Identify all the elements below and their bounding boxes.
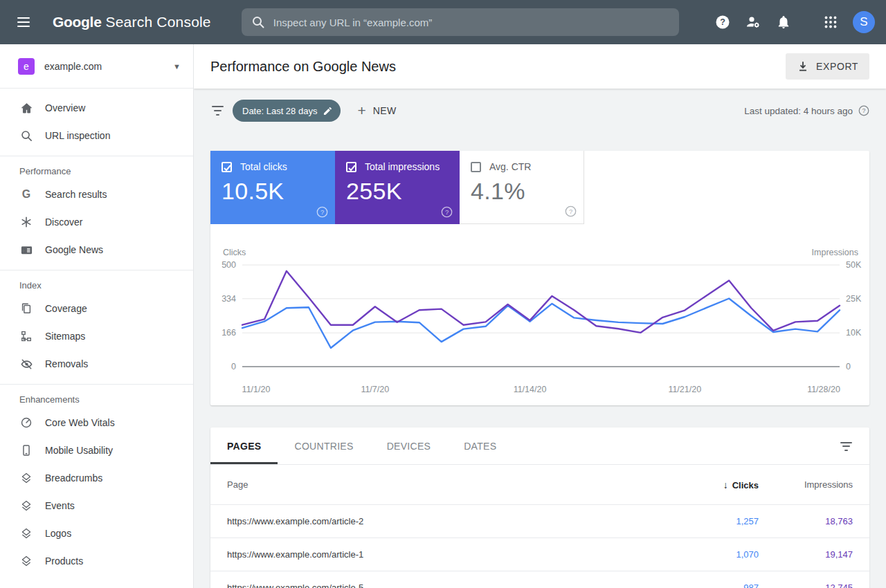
metric-value: 4.1% [471,178,572,205]
sidebar-item-google-news[interactable]: G Google News [0,236,193,264]
help-outline-icon[interactable]: ? [858,105,869,116]
metric-label: Total clicks [240,161,287,172]
sidebar-item-sitemaps[interactable]: Sitemaps [0,322,193,350]
nav-section-enhancements: Enhancements Core Web Vitals Mobile Usab… [0,384,193,575]
column-header-impressions[interactable]: Impressions [759,479,869,490]
smartphone-icon [19,443,33,457]
user-settings-button[interactable] [739,8,767,36]
svg-text:?: ? [445,208,449,216]
new-filter-button[interactable]: + NEW [357,104,396,118]
x-axis-label: 11/7/20 [361,385,389,394]
date-filter-chip[interactable]: Date: Last 28 days [233,100,341,122]
magnifier-icon [19,129,33,143]
layers-icon [19,471,33,485]
notifications-button[interactable] [770,8,797,36]
table-filter-icon[interactable] [839,441,853,452]
top-app-bar: GoogleSearch Console ? S [0,0,886,44]
sidebar-item-mobile-usability[interactable]: Mobile Usability [0,437,193,464]
sidebar-item-search-results[interactable]: G Search results [0,181,193,208]
metric-label: Total impressions [365,161,440,172]
tab-pages[interactable]: PAGES [210,428,278,464]
logo-google-text: Google [53,14,102,30]
nav-section-performance: Performance G Search results Discover G … [0,156,193,264]
plus-icon: + [357,104,365,118]
svg-text:G: G [22,248,26,253]
x-axis-label: 11/28/20 [807,385,840,394]
svg-text:?: ? [862,107,866,114]
url-inspect-searchbox[interactable] [242,8,679,36]
property-name: example.com [44,61,173,72]
help-outline-icon[interactable]: ? [316,206,328,218]
impressions-cell: 18,763 [759,516,869,526]
filter-icon[interactable] [210,105,224,117]
sidebar-item-label: Overview [45,102,85,113]
google-apps-button[interactable] [817,8,844,36]
menu-button[interactable] [10,8,37,36]
table-row[interactable]: https://www.example.com/article-21,25718… [210,505,869,538]
topbar-actions: ? S [706,8,886,36]
page-url-cell[interactable]: https://www.example.com/article-2 [210,516,669,526]
date-chip-label: Date: Last 28 days [242,106,317,116]
sidebar-item-products[interactable]: Products [0,547,193,575]
property-selector[interactable]: e example.com ▼ [0,44,193,89]
sidebar-item-label: Coverage [45,303,87,314]
dimensions-table-panel: PAGES COUNTRIES DEVICES DATES Page ↓Clic… [210,428,869,588]
clicks-cell: 1,070 [669,549,759,560]
google-news-icon: G [19,243,33,257]
account-avatar[interactable]: S [853,11,875,33]
sidebar-item-discover[interactable]: Discover [0,208,193,236]
sidebar-item-label: Breadcrumbs [45,472,102,484]
sidebar-item-breadcrumbs[interactable]: Breadcrumbs [0,464,193,492]
new-label: NEW [373,105,397,116]
page-url-cell[interactable]: https://www.example.com/article-1 [210,549,669,560]
sidebar-item-coverage[interactable]: Coverage [0,295,193,322]
page-url-cell[interactable]: https://www.example.com/article-5 [210,582,669,588]
table-row[interactable]: https://www.example.com/article-11,07019… [210,538,869,571]
sidebar-item-label: Products [45,555,83,567]
tab-devices[interactable]: DEVICES [370,428,448,464]
sidebar-item-events[interactable]: Events [0,492,193,520]
manage-accounts-icon [745,14,761,30]
metric-value: 10.5K [222,178,324,205]
property-icon: e [18,58,35,75]
sidebar-item-removals[interactable]: Removals [0,350,193,378]
sidebar-item-logos[interactable]: Logos [0,520,193,547]
help-outline-icon[interactable]: ? [565,205,577,217]
sidebar-item-core-web-vitals[interactable]: Core Web Vitals [0,409,193,437]
help-outline-icon[interactable]: ? [441,206,453,218]
svg-text:?: ? [720,17,725,27]
left-axis-title: Clicks [223,248,246,257]
help-button[interactable]: ? [709,8,736,36]
sidebar-item-label: Mobile Usability [45,445,113,456]
sidebar-item-overview[interactable]: Overview [0,94,193,122]
avg-ctr-card[interactable]: Avg. CTR 4.1% ? [460,151,584,224]
speedometer-icon [19,416,33,430]
search-input[interactable] [273,17,669,28]
sidebar-item-label: Google News [45,244,103,255]
nav-section-header: Performance [0,159,193,181]
clicks-cell: 987 [669,582,759,588]
sidebar-item-label: Sitemaps [45,331,85,342]
sort-desc-icon: ↓ [723,479,728,490]
home-icon [19,101,33,115]
export-button[interactable]: EXPORT [786,53,869,80]
tab-countries[interactable]: COUNTRIES [278,428,370,464]
total-clicks-card[interactable]: Total clicks 10.5K ? [210,151,335,224]
column-header-page[interactable]: Page [210,479,669,490]
app-logo[interactable]: GoogleSearch Console [53,14,211,30]
export-label: EXPORT [816,61,858,72]
metric-label: Avg. CTR [489,161,531,172]
table-row[interactable]: https://www.example.com/article-598712,7… [210,571,869,588]
bell-icon [776,15,791,30]
tab-dates[interactable]: DATES [447,428,513,464]
clicks-cell: 1,257 [669,516,759,526]
column-header-clicks[interactable]: ↓Clicks [669,479,759,490]
total-impressions-card[interactable]: Total impressions 255K ? [335,151,460,224]
apps-grid-icon [824,15,838,29]
sidebar-item-url-inspection[interactable]: URL inspection [0,122,193,149]
impressions-cell: 19,147 [759,549,869,560]
layers-icon [19,526,33,540]
performance-line-chart[interactable]: 0016610K33425K50050KClicksImpressions11/… [210,242,869,405]
main-area: Performance on Google News EXPORT Date: … [194,44,886,588]
metric-value: 255K [346,178,449,205]
